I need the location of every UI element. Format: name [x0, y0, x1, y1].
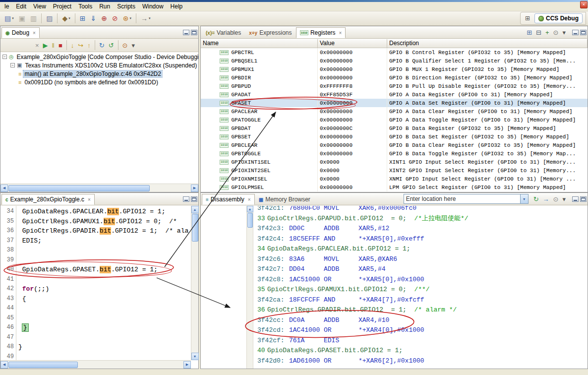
- minimize-button[interactable]: [572, 196, 579, 202]
- view-menu-button[interactable]: ▾: [561, 29, 567, 36]
- menu-item-edit[interactable]: Edit: [12, 2, 30, 11]
- disassembly-instruction[interactable]: 3f42c4:18C5EFFFAND*+XAR5[0],#0xefff: [257, 234, 588, 245]
- scroll-left-icon[interactable]: ◀: [0, 361, 8, 369]
- location-combo[interactable]: ▼: [404, 194, 529, 204]
- refresh-button[interactable]: ↻: [532, 195, 540, 203]
- link-with-source-button[interactable]: ⊙: [552, 195, 560, 203]
- register-row[interactable]: 1010GPACLEAR0x00000000GPIO A Data Clear …: [201, 107, 588, 116]
- step-into-button[interactable]: ↓: [69, 42, 76, 49]
- column-header-value[interactable]: Value: [318, 39, 387, 48]
- menu-item-project[interactable]: Project: [50, 2, 75, 11]
- debug-tree-item[interactable]: −◎Example_280xGpioToggle [Code Composer …: [0, 53, 198, 61]
- column-header-description[interactable]: Description: [387, 39, 588, 48]
- disassembly-instruction[interactable]: 3f42c7:DD04ADDBXAR5,#4: [257, 264, 588, 275]
- combo-dropdown-icon[interactable]: ▼: [520, 194, 528, 203]
- scroll-right-icon[interactable]: ▶: [191, 185, 198, 192]
- scroll-down-icon[interactable]: ▼: [191, 353, 199, 360]
- instruction-stepping-button[interactable]: ⊙: [121, 42, 129, 49]
- debug-horizontal-scrollbar[interactable]: ◀ ▶: [0, 184, 198, 192]
- open-perspective-icon[interactable]: ⊞: [525, 15, 530, 22]
- editor-horizontal-scrollbar[interactable]: ◀ ▶: [0, 360, 191, 369]
- scroll-thumb[interactable]: [8, 362, 78, 368]
- editor-vertical-scrollbar[interactable]: ▲ ▼: [191, 206, 198, 360]
- tree-expander-icon[interactable]: −: [10, 63, 15, 67]
- connect-target-button[interactable]: ⊕: [99, 13, 109, 24]
- tree-expander-icon[interactable]: −: [2, 55, 7, 59]
- maximize-button[interactable]: [191, 196, 197, 202]
- probe-button[interactable]: →▾: [139, 13, 153, 24]
- scroll-thumb[interactable]: [8, 185, 150, 191]
- disassembly-source-line[interactable]: 34GpioDataRegs.GPACLEAR.bit.GPIO12 = 1;: [257, 244, 588, 254]
- disassembly-instruction[interactable]: 3f42cf:761AEDIS: [257, 336, 588, 346]
- menu-item-scripts[interactable]: Scripts: [114, 2, 139, 11]
- code-line[interactable]: [18, 255, 191, 265]
- add-register-group-button[interactable]: +: [544, 29, 551, 36]
- minimize-button[interactable]: [572, 30, 579, 35]
- menu-item-run[interactable]: Run: [96, 2, 114, 11]
- disassembly-source-line[interactable]: 35GpioCtrlRegs.GPAMUX1.bit.GPIO12 = 0; /…: [257, 285, 588, 295]
- menu-item-help[interactable]: Help: [167, 2, 186, 11]
- dropdown-arrow-icon[interactable]: ▾: [149, 16, 151, 20]
- resume-button[interactable]: ▶: [42, 42, 50, 49]
- menu-item-le[interactable]: le: [1, 2, 12, 11]
- disassembly-instruction[interactable]: 3f42c6:83A6MOVLXAR5,@XAR6: [257, 254, 588, 265]
- maximize-button[interactable]: [580, 196, 587, 202]
- register-row[interactable]: 1010GPASET0x00000000GPIO A Data Set Regi…: [201, 99, 588, 107]
- register-row[interactable]: 1010GPBQSEL10x00000000GPIO B Qualifier S…: [201, 57, 588, 65]
- code-line[interactable]: GpioCtrlRegs.GPAMUX1.bit.GPIO12 = 0; /*: [18, 217, 191, 227]
- disassembly-source-line[interactable]: 36GpioCtrlRegs.GPADIR.bit.GPIO12 = 1; /*…: [257, 305, 588, 315]
- code-line[interactable]: EDIS;: [18, 236, 191, 246]
- register-row[interactable]: 1010GPBCTRL0x00000000GPIO B Control Regi…: [201, 48, 588, 57]
- collapse-all-button[interactable]: ⊟: [534, 29, 543, 36]
- register-row[interactable]: 1010GPIOLPMSEL0x00000000LPM GPIO Select …: [201, 183, 588, 191]
- minimize-button[interactable]: [183, 30, 189, 35]
- register-row[interactable]: 1010GPIOXINT1SEL0x0000XINT1 GPIO Input S…: [201, 158, 588, 166]
- maximize-button[interactable]: [580, 30, 587, 35]
- debug-tree-item[interactable]: ≡main() at Example_280xGpioToggle.c:46 0…: [0, 69, 198, 78]
- registers-tab-registers[interactable]: 1010Registers×: [296, 27, 346, 38]
- new-target-configuration-button[interactable]: ⊞: [78, 13, 88, 24]
- disassembly-source-line[interactable]: 33GpioCtrlRegs.GPAPUD.bit.GPIO12 = 0; /*…: [257, 214, 588, 224]
- menu-item-view[interactable]: View: [30, 2, 50, 11]
- save-button[interactable]: ▣: [17, 13, 27, 24]
- location-input[interactable]: [404, 194, 520, 203]
- editor-tab-example_280xgpiotoggle-c[interactable]: cExample_280xGpioToggle.c×: [1, 194, 95, 205]
- close-icon[interactable]: ×: [248, 197, 251, 202]
- scroll-left-icon[interactable]: ◀: [0, 185, 8, 192]
- register-row[interactable]: 1010GPBDIR0x00000000GPIO B Direction Reg…: [201, 73, 588, 82]
- minimize-button[interactable]: [183, 196, 189, 202]
- scroll-up-icon[interactable]: ▲: [247, 206, 253, 212]
- disassembly-instruction[interactable]: 3f42c8:1AC51000OR*+XAR5[0],#0x1000: [257, 275, 588, 285]
- step-over-button[interactable]: ↪: [76, 42, 85, 49]
- debug-tree-item[interactable]: ≡0x0091DD (no symbols are defined for 0x…: [0, 78, 198, 86]
- menu-item-tools[interactable]: Tools: [75, 2, 96, 11]
- register-row[interactable]: 1010GPBCLEAR0x00000000GPIO B Data Clear …: [201, 141, 588, 149]
- disassembly-instruction[interactable]: 3f42c1:76800FC0MOVLXAR6,#0x0006fc0: [257, 206, 588, 214]
- maximize-button[interactable]: [191, 30, 197, 35]
- new-button[interactable]: ▤▾: [2, 13, 16, 24]
- suspend-button[interactable]: ‖: [51, 42, 56, 49]
- view-menu-button[interactable]: ▾: [130, 42, 136, 49]
- scroll-right-icon[interactable]: ▶: [183, 361, 191, 369]
- window-close-button[interactable]: ×: [580, 1, 588, 8]
- pin-button[interactable]: ⊙: [552, 29, 560, 36]
- scroll-up-icon[interactable]: ▲: [191, 206, 199, 213]
- code-line[interactable]: [18, 352, 191, 361]
- debug-settings-button[interactable]: ⊛▾: [121, 13, 133, 24]
- close-icon[interactable]: ×: [339, 30, 342, 36]
- code-line[interactable]: [18, 275, 191, 285]
- code-line[interactable]: [18, 304, 191, 313]
- disassembly-instruction[interactable]: 3f42c3:DD0CADDBXAR5,#12: [257, 224, 588, 234]
- disassembly-source-line[interactable]: 40GpioDataRegs.GPASET.bit.GPIO12 = 1;: [257, 346, 588, 356]
- register-row[interactable]: 1010GPATOGGLE0x00000000GPIO A Data Toggl…: [201, 116, 588, 124]
- disassembly-instruction[interactable]: 3f42cc:DC0AADDBXAR4,#10: [257, 315, 588, 326]
- terminate-all-button[interactable]: ⊘: [110, 13, 120, 24]
- load-program-button[interactable]: ⇓: [88, 13, 98, 24]
- step-return-button[interactable]: ↑: [86, 42, 92, 49]
- registers-tab-variables[interactable]: (x)=Variables: [202, 27, 245, 38]
- ccs-debug-perspective-button[interactable]: CCS Debug: [534, 13, 583, 23]
- code-line[interactable]: [18, 313, 191, 323]
- build-button[interactable]: ◆▾: [60, 13, 72, 24]
- print-button[interactable]: ▨: [44, 13, 55, 24]
- close-icon[interactable]: ×: [88, 197, 91, 202]
